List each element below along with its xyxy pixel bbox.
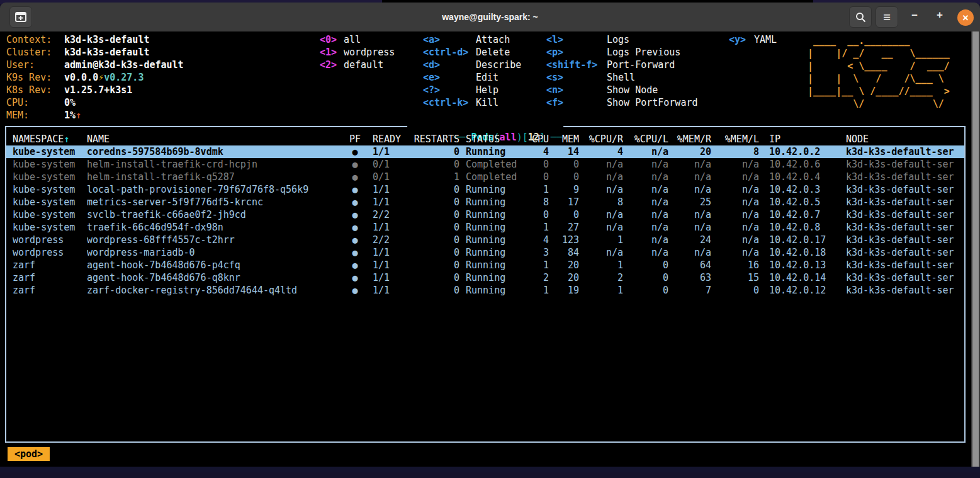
- hotkey-default[interactable]: <2>default: [320, 59, 395, 71]
- cell-mem: 0: [549, 208, 579, 221]
- cell-ready: 0/1: [364, 171, 403, 183]
- cell-mem_r: 64: [668, 259, 711, 271]
- action-hotkeys-col3: <y>YAML: [729, 33, 777, 46]
- cell-status: Running: [459, 196, 526, 208]
- cell-mem: 17: [549, 196, 579, 208]
- column-label: %CPU/L: [634, 134, 668, 145]
- hotkey-edit[interactable]: <e>Edit: [423, 71, 521, 84]
- cell-cpu_r: n/a: [579, 183, 623, 196]
- pod-row-wordpress-mariadb-0[interactable]: wordpresswordpress-mariadb-0●1/10Running…: [6, 246, 964, 259]
- cell-status: Running: [459, 183, 526, 196]
- hotkey-wordpress[interactable]: <1>wordpress: [320, 46, 395, 59]
- pod-row-agent-hook-7b4648d676-q8knr[interactable]: zarfagent-hook-7b4648d676-q8knr●1/10Runn…: [6, 271, 964, 284]
- window-plus-icon: [15, 12, 26, 22]
- cell-ready: 1/1: [364, 259, 403, 271]
- scrollbar-thumb[interactable]: [972, 31, 979, 467]
- cell-mem_r: n/a: [668, 171, 711, 183]
- cell-cpu: 4: [526, 145, 549, 158]
- cell-namespace: kube-system: [6, 196, 87, 208]
- minimize-button[interactable]: –: [906, 9, 923, 21]
- pod-row-zarf-docker-registry-856dd74644-q4ltd[interactable]: zarfzarf-docker-registry-856dd74644-q4lt…: [6, 284, 964, 297]
- cell-namespace: zarf: [6, 284, 87, 297]
- cell-cpu_r: n/a: [579, 208, 623, 221]
- hotkey-help[interactable]: <?>Help: [423, 84, 521, 96]
- cell-namespace: kube-system: [6, 145, 87, 158]
- hotkey-label: Describe: [476, 59, 521, 71]
- pod-row-svclb-traefik-c66ae0f2-jh9cd[interactable]: kube-systemsvclb-traefik-c66ae0f2-jh9cd●…: [6, 208, 964, 221]
- hotkey-key: <ctrl-d>: [423, 46, 476, 59]
- cell-name: coredns-597584b69b-8vdmk: [87, 145, 346, 158]
- cell-mem_r: 20: [668, 145, 711, 158]
- cell-node: k3d-k3s-default-ser: [841, 208, 964, 221]
- hotkey-show-node[interactable]: <n>Show Node: [546, 84, 698, 96]
- pod-row-metrics-server-5f9f776df5-krcnc[interactable]: kube-systemmetrics-server-5f9f776df5-krc…: [6, 196, 964, 208]
- action-hotkeys-col1: <a>Attach<ctrl-d>Delete<d>Describe<e>Edi…: [423, 33, 521, 109]
- pf-dot-icon: ●: [346, 284, 364, 297]
- cell-mem_l: n/a: [711, 183, 759, 196]
- hotkey-logs[interactable]: <l>Logs: [546, 33, 698, 46]
- cell-restarts: 0: [403, 284, 459, 297]
- cell-status: Completed: [459, 171, 526, 183]
- cluster-info-row-k9s-rev: K9s Rev:v0.0.0⚡v0.27.3: [6, 71, 184, 84]
- pod-row-local-path-provisioner-79f67d76f8-q56k9[interactable]: kube-systemlocal-path-provisioner-79f67d…: [6, 183, 964, 196]
- cell-cpu: 0: [526, 171, 549, 183]
- column-header-namespace: NAMESPACE↑: [6, 133, 87, 145]
- hotkey-kill[interactable]: <ctrl-k>Kill: [423, 96, 521, 109]
- hotkey-key: <d>: [423, 59, 476, 71]
- cell-mem_l: n/a: [711, 208, 759, 221]
- hotkey-label: default: [344, 59, 383, 71]
- hotkey-port-forward[interactable]: <shift-f>Port-Forward: [546, 59, 698, 71]
- cluster-info-row-mem: MEM:1%↑: [6, 109, 184, 122]
- hotkey-yaml[interactable]: <y>YAML: [729, 33, 777, 46]
- column-label: %MEM/L: [725, 134, 759, 145]
- cell-namespace: kube-system: [6, 208, 87, 221]
- hotkey-label: Attach: [476, 33, 510, 46]
- pod-row-traefik-66c46d954f-dx98n[interactable]: kube-systemtraefik-66c46d954f-dx98n●1/10…: [6, 221, 964, 234]
- pf-dot-icon: ●: [346, 221, 364, 234]
- column-header-restarts: RESTARTS: [403, 133, 459, 145]
- close-icon: ✕: [962, 13, 969, 23]
- cell-ip: 10.42.0.18: [759, 246, 841, 259]
- search-button[interactable]: [849, 6, 872, 28]
- cell-node: k3d-k3s-default-ser: [841, 259, 964, 271]
- cell-cpu_l: n/a: [623, 196, 668, 208]
- cell-cpu: 4: [526, 234, 549, 246]
- pod-row-agent-hook-7b4648d676-p4cfq[interactable]: zarfagent-hook-7b4648d676-p4cfq●1/10Runn…: [6, 259, 964, 271]
- hotkey-logs-previous[interactable]: <p>Logs Previous: [546, 46, 698, 59]
- cell-mem_r: 7: [668, 284, 711, 297]
- hotkey-all[interactable]: <0>all: [320, 33, 395, 46]
- cell-cpu: 0: [526, 208, 549, 221]
- pod-row-wordpress-68fff4557c-t2hrr[interactable]: wordpresswordpress-68fff4557c-t2hrr●2/20…: [6, 234, 964, 246]
- cell-name: wordpress-mariadb-0: [87, 246, 346, 259]
- hotkey-label: wordpress: [344, 46, 395, 59]
- cell-namespace: wordpress: [6, 246, 87, 259]
- hotkey-label: all: [344, 33, 361, 46]
- menu-button[interactable]: ≡: [876, 6, 898, 28]
- cell-mem_r: n/a: [668, 183, 711, 196]
- hotkey-show-portforward[interactable]: <f>Show PortForward: [546, 96, 698, 109]
- cell-cpu: 1: [526, 284, 549, 297]
- cell-mem_r: 24: [668, 234, 711, 246]
- pod-row-coredns-597584b69b-8vdmk[interactable]: kube-systemcoredns-597584b69b-8vdmk●1/10…: [6, 145, 964, 158]
- pf-dot-icon: ●: [346, 158, 364, 171]
- cell-cpu: 2: [526, 271, 549, 284]
- cell-restarts: 0: [403, 271, 459, 284]
- hotkey-label: Edit: [476, 71, 498, 84]
- maximize-button[interactable]: +: [932, 9, 948, 21]
- hotkey-describe[interactable]: <d>Describe: [423, 59, 521, 71]
- pf-dot-icon: ●: [346, 145, 364, 158]
- cell-ready: 1/1: [364, 246, 403, 259]
- new-window-button[interactable]: [9, 6, 32, 28]
- pod-row-helm-install-traefik-q5287[interactable]: kube-systemhelm-install-traefik-q5287●0/…: [6, 171, 964, 183]
- pod-row-helm-install-traefik-crd-hcpjn[interactable]: kube-systemhelm-install-traefik-crd-hcpj…: [6, 158, 964, 171]
- column-label: IP: [769, 134, 780, 145]
- cell-cpu_l: n/a: [623, 234, 668, 246]
- cell-name: local-path-provisioner-79f67d76f8-q56k9: [87, 183, 346, 196]
- column-header-cpu: CPU: [526, 133, 549, 145]
- hotkey-delete[interactable]: <ctrl-d>Delete: [423, 46, 521, 59]
- cell-ip: 10.42.0.12: [759, 284, 841, 297]
- close-button[interactable]: ✕: [957, 9, 974, 26]
- hotkey-attach[interactable]: <a>Attach: [423, 33, 521, 46]
- cell-status: Completed: [459, 158, 526, 171]
- hotkey-shell[interactable]: <s>Shell: [546, 71, 698, 84]
